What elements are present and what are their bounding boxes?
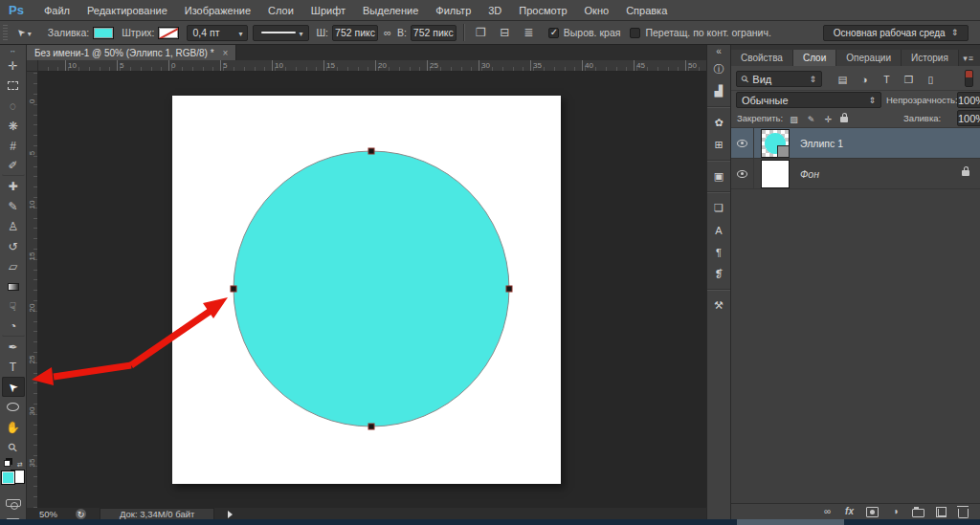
panel-menu-icon[interactable] [963, 51, 980, 63]
layer-thumbnail[interactable] [761, 129, 790, 158]
smudge-tool[interactable]: ☟ [2, 296, 25, 317]
menu-item[interactable]: Изображение [176, 5, 259, 16]
link-dimensions-icon[interactable] [384, 28, 391, 38]
eyedropper-tool[interactable]: ✐ [2, 156, 25, 176]
constrain-path-checkbox[interactable] [630, 28, 640, 38]
foreground-color-swatch[interactable] [1, 470, 15, 485]
ellipse-shape[interactable] [172, 96, 561, 484]
vertical-ruler[interactable]: 0510152025303540 [27, 72, 38, 508]
default-colors-icon[interactable] [4, 460, 11, 467]
anchor-point-right[interactable] [506, 286, 512, 292]
spot-healing-brush-tool[interactable]: ✚ [2, 176, 25, 196]
zoom-tool[interactable]: ⚲ [2, 437, 25, 457]
layer-style-icon[interactable]: fx [844, 506, 855, 517]
menu-item[interactable]: Выделение [354, 5, 427, 16]
lock-position-icon[interactable]: ✛ [823, 115, 834, 124]
menu-item[interactable]: Редактирование [78, 5, 176, 16]
hand-tool[interactable]: ✋ [2, 417, 25, 437]
anchor-point-bottom[interactable] [368, 424, 374, 429]
history-brush-tool[interactable]: ↺ [2, 236, 25, 256]
new-group-icon[interactable] [912, 509, 924, 517]
quick-selection-tool[interactable]: ❋ [2, 116, 25, 136]
menu-item[interactable]: Справка [617, 5, 676, 16]
menu-item[interactable]: Фильтр [427, 5, 479, 16]
document-tab[interactable]: Без имени-1 @ 50% (Эллипс 1, RGB/8) * × [27, 45, 236, 60]
default-and-swap-colors[interactable] [3, 461, 24, 467]
menu-item[interactable]: Файл [35, 5, 78, 16]
menu-item[interactable]: Просмотр [510, 5, 575, 16]
add-adjustment-layer-icon[interactable]: ◑ [890, 506, 901, 517]
expand-dock-icon[interactable] [716, 47, 722, 56]
add-layer-mask-icon[interactable] [866, 507, 879, 517]
quick-mask-button[interactable] [6, 499, 21, 507]
layer-visibility-toggle[interactable] [731, 159, 754, 188]
clone-stamp-tool[interactable]: ♙ [2, 216, 25, 236]
type-tool[interactable]: T [2, 357, 25, 377]
path-selection-tool[interactable]: ➤ [2, 377, 25, 397]
lasso-tool[interactable]: ◌ [2, 96, 25, 116]
fill-opacity-field[interactable]: 100% [957, 110, 980, 126]
stroke-type-select[interactable] [253, 25, 308, 41]
path-alignment-button[interactable]: ⊟ [495, 24, 515, 41]
close-icon[interactable]: × [223, 48, 229, 58]
workspace-selector[interactable]: Основная рабочая среда [823, 25, 969, 41]
layer-row-ellipse-1[interactable]: Эллипс 1 [731, 128, 980, 159]
filter-shape-layers-icon[interactable]: ❒ [902, 74, 915, 85]
histogram-panel-icon[interactable]: ▟ [708, 82, 729, 100]
layer-row-background[interactable]: Фон [731, 159, 980, 189]
swap-colors-icon[interactable] [17, 461, 23, 469]
filter-smart-objects-icon[interactable]: ▯ [924, 74, 937, 85]
tool-presets-panel-icon[interactable]: ⚒ [708, 296, 729, 315]
info-panel-icon[interactable]: ⓘ [708, 60, 729, 78]
document-canvas[interactable] [172, 96, 561, 484]
paragraph-panel-icon[interactable]: ¶ [708, 243, 729, 261]
character-panel-icon[interactable]: A [708, 221, 729, 239]
dodge-tool[interactable]: ◔ [2, 317, 25, 337]
tab-properties[interactable]: Свойства [731, 50, 793, 66]
lock-image-pixels-icon[interactable]: ✎ [806, 115, 816, 124]
ellipse-tool[interactable] [2, 397, 25, 417]
refresh-icon[interactable] [76, 509, 86, 519]
blend-mode-select[interactable]: Обычные [736, 92, 881, 108]
current-tool-preview[interactable]: ➤ [16, 27, 32, 38]
toolbar-collapse-icon[interactable] [10, 45, 16, 55]
lock-all-icon[interactable] [840, 117, 848, 122]
menu-item[interactable]: Шрифт [302, 5, 354, 16]
shape-height-field[interactable]: 752 пикс [411, 25, 457, 41]
horizontal-ruler[interactable]: 10505101520253035404550 [27, 60, 706, 72]
ruler-corner[interactable] [27, 60, 38, 72]
path-operations-button[interactable]: ❐ [471, 24, 491, 41]
pen-tool[interactable]: ✒ [2, 337, 25, 357]
new-layer-icon[interactable] [936, 507, 947, 517]
align-edges-checkbox[interactable] [548, 28, 559, 38]
status-expand-icon[interactable] [228, 511, 233, 518]
fill-color-swatch[interactable] [93, 27, 114, 39]
layer-thumbnail[interactable] [761, 160, 790, 188]
stroke-width-field[interactable]: 0,4 пт [187, 25, 248, 41]
cyan-ellipse[interactable] [234, 151, 509, 427]
menu-item[interactable]: Окно [576, 5, 618, 16]
filter-pixel-layers-icon[interactable]: ▤ [836, 74, 849, 85]
rectangular-marquee-tool[interactable] [2, 76, 25, 96]
anchor-point-top[interactable] [368, 148, 374, 154]
menu-item[interactable]: Слои [259, 5, 302, 16]
move-tool[interactable]: ✛ [2, 55, 25, 76]
eraser-tool[interactable]: ▱ [2, 256, 25, 276]
filter-kind-select[interactable]: Вид [736, 71, 822, 87]
lock-transparent-pixels-icon[interactable]: ▨ [789, 115, 799, 124]
crop-tool[interactable]: # [2, 136, 25, 156]
filter-adjustment-layers-icon[interactable]: ◑ [858, 74, 871, 85]
anchor-point-left[interactable] [231, 286, 236, 292]
paragraph-styles-panel-icon[interactable]: ❡ [708, 265, 729, 283]
tab-actions[interactable]: Операции [836, 50, 902, 66]
stroke-color-swatch[interactable] [158, 27, 179, 39]
delete-layer-icon[interactable] [958, 509, 969, 518]
opacity-field[interactable]: 100% [957, 92, 980, 108]
layer-visibility-toggle[interactable] [731, 128, 754, 158]
shape-width-field[interactable]: 752 пикс [332, 25, 378, 41]
path-arrangement-button[interactable]: ≣ [519, 24, 539, 41]
tab-history[interactable]: История [902, 50, 959, 66]
filter-type-layers-icon[interactable]: T [880, 74, 893, 85]
tab-layers[interactable]: Слои [793, 50, 836, 66]
brush-tool[interactable]: ✎ [2, 196, 25, 216]
